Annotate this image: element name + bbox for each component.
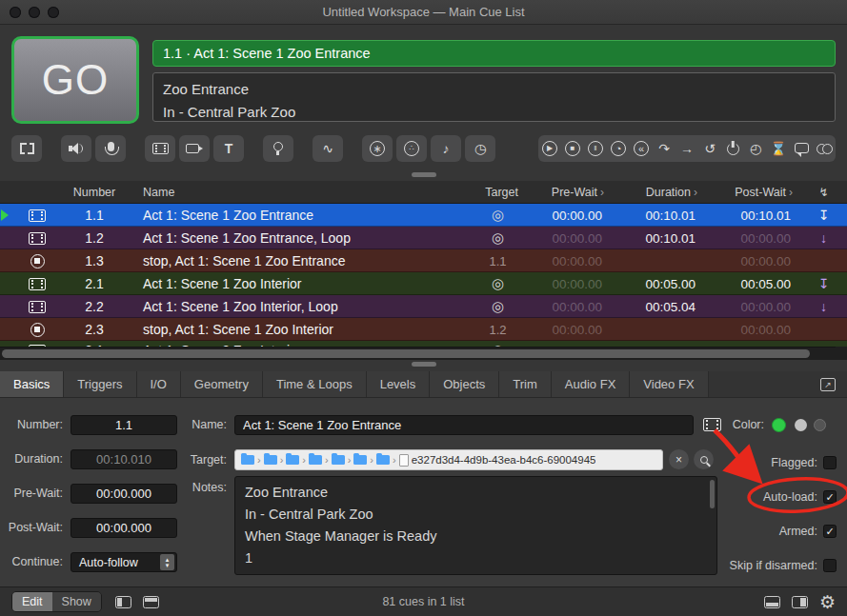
text-cue-button[interactable]: T xyxy=(213,135,244,162)
pop-out-inspector-button[interactable]: ↗ xyxy=(820,378,836,391)
chevron-icon: › xyxy=(789,186,793,199)
midi-icon: ∴ xyxy=(404,141,419,156)
toggle-right-panel-icon[interactable] xyxy=(792,596,808,608)
tab-trim[interactable]: Trim xyxy=(499,371,552,397)
auto-continue-icon: ↓ xyxy=(800,299,847,314)
cue-number: 2.2 xyxy=(65,299,124,314)
name-field[interactable] xyxy=(234,415,694,435)
skip-if-disarmed-checkbox[interactable] xyxy=(823,559,837,572)
dropdown-stepper-icon: ▴▾ xyxy=(160,554,174,570)
tab-levels[interactable]: Levels xyxy=(367,371,431,397)
tab-objects[interactable]: Objects xyxy=(430,371,499,397)
folder-icon xyxy=(264,455,277,465)
reset-cue-button[interactable]: « xyxy=(630,135,653,162)
tab-geometry[interactable]: Geometry xyxy=(181,371,263,397)
video-cue-icon xyxy=(10,232,65,245)
toggle-sidebar-icon[interactable] xyxy=(115,596,131,608)
fullscreen-button[interactable] xyxy=(11,135,42,162)
post-wait-label: Post-Wait: xyxy=(0,518,63,538)
post-wait-cell: 00:05.00 xyxy=(705,277,800,291)
cue-row-1.2[interactable]: 1.2 Act 1: Scene 1 Zoo Entrance, Loop ◎ … xyxy=(0,227,847,249)
target-cue-button[interactable]: ↺ xyxy=(698,135,721,162)
audio-cue-button[interactable] xyxy=(61,135,91,162)
flagged-checkbox[interactable] xyxy=(823,456,837,469)
post-wait-field[interactable] xyxy=(71,518,177,538)
wait-cue-button[interactable]: ⌛ xyxy=(767,135,790,162)
folder-icon xyxy=(353,455,367,465)
network-cue-button[interactable]: ∗ xyxy=(362,135,393,162)
cue-name: Act 1: Scene 1 Zoo Interior xyxy=(124,276,472,291)
target-field[interactable]: › › › › › › › e327d3d4-4d9b-43ea-b4c6-69… xyxy=(234,449,663,470)
stop-cue-icon xyxy=(10,254,65,268)
devamp-cue-button[interactable]: ↷ xyxy=(653,135,676,162)
color-swatch-green[interactable] xyxy=(772,418,786,432)
clock-icon: ◷ xyxy=(474,142,486,155)
cue-row-1.3[interactable]: 1.3 stop, Act 1: Scene 1 Zoo Entrance 1.… xyxy=(0,249,847,272)
tab-video-fx[interactable]: Video FX xyxy=(630,371,708,397)
auto-continue-column-header: ↯ xyxy=(800,186,847,199)
load-cue-button[interactable]: ◔ xyxy=(607,135,630,162)
toggle-inspector-icon[interactable] xyxy=(764,596,780,608)
horizontal-scrollbar[interactable] xyxy=(0,347,836,360)
continue-dropdown[interactable]: Auto-follow ▴▾ xyxy=(71,552,177,572)
tab-audio-fx[interactable]: Audio FX xyxy=(552,371,630,397)
memo-cue-button[interactable] xyxy=(790,135,813,162)
toggle-top-panel-icon[interactable] xyxy=(143,596,159,608)
splitter-handle-top[interactable] xyxy=(412,172,436,177)
post-wait-column-header[interactable]: Post-Wait› xyxy=(705,186,800,199)
duration-cell: 00:05.04 xyxy=(612,300,705,314)
timecode-cue-button[interactable]: ◷ xyxy=(465,135,495,162)
target-bullseye-icon: ◎ xyxy=(472,298,524,315)
edit-mode-button[interactable]: Edit xyxy=(12,592,52,611)
target-column-header[interactable]: Target xyxy=(472,186,524,199)
cue-row-2.3[interactable]: 2.3 stop, Act 1: Scene 1 Zoo Interior 1.… xyxy=(0,318,847,341)
fullscreen-icon xyxy=(20,143,34,154)
splitter-handle-bottom[interactable] xyxy=(412,362,436,367)
target-file-name: e327d3d4-4d9b-43ea-b4c6-69004945 xyxy=(412,454,596,466)
camera-cue-button[interactable] xyxy=(179,135,210,162)
arm-cue-button[interactable] xyxy=(721,135,744,162)
name-column-header[interactable]: Name xyxy=(124,186,472,199)
tab-time-loops[interactable]: Time & Loops xyxy=(263,371,367,397)
duration-column-header[interactable]: Duration› xyxy=(612,186,705,199)
number-column-header[interactable]: Number xyxy=(65,186,124,199)
show-mode-button[interactable]: Show xyxy=(52,592,101,611)
light-bulb-icon xyxy=(273,142,283,151)
armed-checkbox[interactable]: ✓ xyxy=(823,525,837,538)
tab-basics[interactable]: Basics xyxy=(0,371,64,397)
target-bullseye-icon: ◎ xyxy=(472,275,524,292)
cue-row-1.1[interactable]: 1.1 Act 1: Scene 1 Zoo Entrance ◎ 00:00.… xyxy=(0,204,847,227)
video-cue-button[interactable] xyxy=(145,135,175,162)
tab-triggers[interactable]: Triggers xyxy=(64,371,136,397)
go-button[interactable]: GO xyxy=(11,36,139,124)
camera-icon xyxy=(186,144,199,153)
pause-cue-button[interactable]: ‖ xyxy=(584,135,607,162)
pre-wait-label: Pre-Wait: xyxy=(0,484,63,504)
midi-file-cue-button[interactable]: ♪ xyxy=(431,135,461,162)
cart-cue-button[interactable] xyxy=(813,135,836,162)
start-cue-button[interactable]: ▶ xyxy=(538,135,561,162)
pre-wait-column-header[interactable]: Pre-Wait› xyxy=(524,186,612,199)
notes-textarea[interactable]: Zoo Entrance In - Central Park Zoo When … xyxy=(234,476,717,575)
fade-cue-button[interactable]: ∿ xyxy=(313,135,343,162)
cue-name: Act 1: Scene 1 Zoo Entrance, Loop xyxy=(124,230,472,246)
stop-cue-button[interactable]: ■ xyxy=(561,135,584,162)
load-icon: ◔ xyxy=(611,141,626,156)
horizontal-scrollbar-thumb[interactable] xyxy=(2,349,810,358)
inspector-basics-panel: Number: Duration: Pre-Wait: Post-Wait: C… xyxy=(0,398,847,586)
speech-bubble-icon xyxy=(795,143,809,153)
timer-cue-button[interactable]: ◴ xyxy=(744,135,767,162)
tab-io[interactable]: I/O xyxy=(137,371,181,397)
goto-cue-button[interactable]: → xyxy=(676,135,698,162)
color-swatch-gray[interactable] xyxy=(795,419,807,431)
gear-icon[interactable]: ⚙ xyxy=(819,593,836,611)
mic-cue-button[interactable] xyxy=(95,135,126,162)
color-swatch-dark[interactable] xyxy=(814,419,826,431)
target-cue-number: 1.2 xyxy=(472,323,524,337)
midi-cue-button[interactable]: ∴ xyxy=(396,135,427,162)
light-cue-button[interactable] xyxy=(263,135,293,162)
auto-load-checkbox[interactable]: ✓ xyxy=(823,490,837,504)
cue-row-2.1[interactable]: 2.1 Act 1: Scene 1 Zoo Interior ◎ 00:00.… xyxy=(0,272,847,295)
cue-row-2.2[interactable]: 2.2 Act 1: Scene 1 Zoo Interior, Loop ◎ … xyxy=(0,295,847,318)
speaker-icon xyxy=(69,143,84,154)
